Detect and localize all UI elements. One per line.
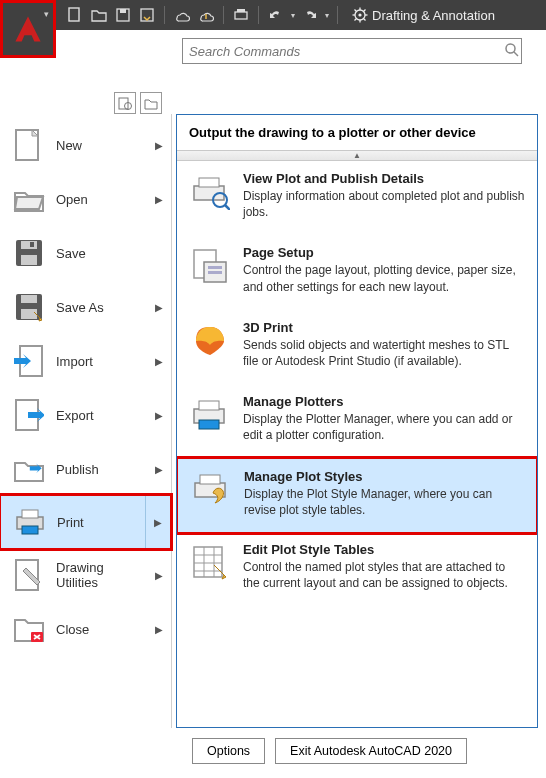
- plot-icon[interactable]: [232, 6, 250, 24]
- svg-rect-26: [21, 295, 37, 303]
- svg-rect-48: [194, 547, 222, 577]
- publish-icon: [12, 452, 46, 486]
- menu-item-open[interactable]: Open ▶: [0, 172, 171, 226]
- menu-item-save[interactable]: Save: [0, 226, 171, 280]
- plot-details-icon: [189, 171, 231, 213]
- search-input[interactable]: [182, 38, 522, 64]
- svg-point-16: [506, 44, 515, 53]
- edit-plot-style-tables-icon: [189, 542, 231, 584]
- svg-rect-24: [30, 242, 34, 247]
- new-icon: [12, 128, 46, 162]
- svg-rect-36: [199, 178, 219, 187]
- saveas-disk-icon: [12, 290, 46, 324]
- import-icon: [12, 344, 46, 378]
- svg-rect-41: [208, 266, 222, 269]
- undo-caret-icon[interactable]: ▾: [291, 11, 295, 20]
- submenu-header: Output the drawing to a plotter or other…: [177, 115, 537, 151]
- autocad-logo-icon: [10, 11, 46, 47]
- open-documents-icon[interactable]: [140, 92, 162, 114]
- save-disk-icon: [12, 236, 46, 270]
- svg-line-38: [225, 205, 230, 210]
- open-icon: [12, 182, 46, 216]
- svg-rect-4: [235, 12, 247, 19]
- menu-item-new[interactable]: New ▶: [0, 118, 171, 172]
- app-menu-button[interactable]: ▾: [0, 0, 56, 58]
- menu-item-drawing-utilities[interactable]: Drawing Utilities ▶: [0, 548, 171, 602]
- menu-item-print[interactable]: Print ▶: [0, 495, 171, 549]
- saveas-icon[interactable]: [138, 6, 156, 24]
- print-icon: [13, 505, 47, 539]
- redo-caret-icon[interactable]: ▾: [325, 11, 329, 20]
- chevron-right-icon: ▶: [155, 140, 163, 151]
- chevron-right-icon: ▶: [155, 194, 163, 205]
- menu-item-publish[interactable]: Publish ▶: [0, 442, 171, 496]
- chevron-right-icon: ▶: [145, 496, 162, 548]
- menu-item-import[interactable]: Import ▶: [0, 334, 171, 388]
- submenu-view-plot-details[interactable]: View Plot and Publish Details Display in…: [177, 161, 537, 235]
- menu-item-close[interactable]: Close ▶: [0, 602, 171, 656]
- drawing-utilities-icon: [12, 558, 46, 592]
- cloud-open-icon[interactable]: [173, 6, 191, 24]
- chevron-right-icon: ▶: [155, 410, 163, 421]
- page-setup-icon: [189, 245, 231, 287]
- manage-plot-styles-icon: [190, 469, 232, 511]
- cloud-save-icon[interactable]: [197, 6, 215, 24]
- svg-rect-42: [208, 271, 222, 274]
- export-icon: [12, 398, 46, 432]
- manage-plotters-icon: [189, 394, 231, 436]
- svg-rect-18: [119, 98, 128, 109]
- svg-line-17: [514, 52, 518, 56]
- submenu-manage-plot-styles[interactable]: Manage Plot Styles Display the Plot Styl…: [177, 458, 537, 533]
- search-icon[interactable]: [504, 42, 520, 61]
- options-button[interactable]: Options: [192, 738, 265, 764]
- app-menu-left-column: New ▶ Open ▶ Save Save As ▶ Import ▶: [0, 114, 172, 728]
- submenu-3d-print[interactable]: 3D Print Sends solid objects and waterti…: [177, 310, 537, 384]
- svg-rect-22: [21, 241, 37, 249]
- svg-rect-2: [120, 9, 126, 13]
- submenu-edit-plot-style-tables[interactable]: Edit Plot Style Tables Control the named…: [177, 532, 537, 606]
- chevron-right-icon: ▶: [155, 624, 163, 635]
- svg-rect-47: [200, 475, 220, 484]
- workspace-switcher[interactable]: Drafting & Annotation: [352, 7, 495, 23]
- workspace-label: Drafting & Annotation: [372, 8, 495, 23]
- close-icon: [12, 612, 46, 646]
- svg-rect-23: [21, 255, 37, 265]
- save-icon[interactable]: [114, 6, 132, 24]
- dropdown-caret-icon: ▾: [44, 9, 49, 19]
- svg-rect-27: [21, 309, 37, 319]
- svg-rect-32: [22, 526, 38, 534]
- svg-line-15: [364, 10, 366, 12]
- redo-icon[interactable]: [301, 6, 319, 24]
- undo-icon[interactable]: [267, 6, 285, 24]
- scroll-up-hint[interactable]: ▲: [177, 151, 537, 161]
- exit-button[interactable]: Exit Autodesk AutoCAD 2020: [275, 738, 467, 764]
- svg-point-7: [358, 13, 361, 16]
- open-folder-icon[interactable]: [90, 6, 108, 24]
- new-file-icon[interactable]: [66, 6, 84, 24]
- chevron-right-icon: ▶: [155, 302, 163, 313]
- svg-rect-44: [199, 401, 219, 410]
- svg-rect-0: [69, 8, 79, 21]
- svg-line-12: [355, 10, 357, 12]
- menu-item-export[interactable]: Export ▶: [0, 388, 171, 442]
- svg-rect-45: [199, 420, 219, 429]
- menu-item-saveas[interactable]: Save As ▶: [0, 280, 171, 334]
- print-submenu-panel: Output the drawing to a plotter or other…: [176, 114, 538, 728]
- submenu-manage-plotters[interactable]: Manage Plotters Display the Plotter Mana…: [177, 384, 537, 458]
- chevron-right-icon: ▶: [155, 464, 163, 475]
- 3d-print-icon: [189, 320, 231, 362]
- chevron-right-icon: ▶: [155, 570, 163, 581]
- svg-line-14: [355, 19, 357, 21]
- recent-documents-icon[interactable]: [114, 92, 136, 114]
- submenu-page-setup[interactable]: Page Setup Control the page layout, plot…: [177, 235, 537, 309]
- svg-line-13: [364, 19, 366, 21]
- chevron-right-icon: ▶: [155, 356, 163, 367]
- svg-rect-5: [237, 9, 245, 12]
- gear-icon: [352, 7, 368, 23]
- svg-rect-31: [22, 510, 38, 518]
